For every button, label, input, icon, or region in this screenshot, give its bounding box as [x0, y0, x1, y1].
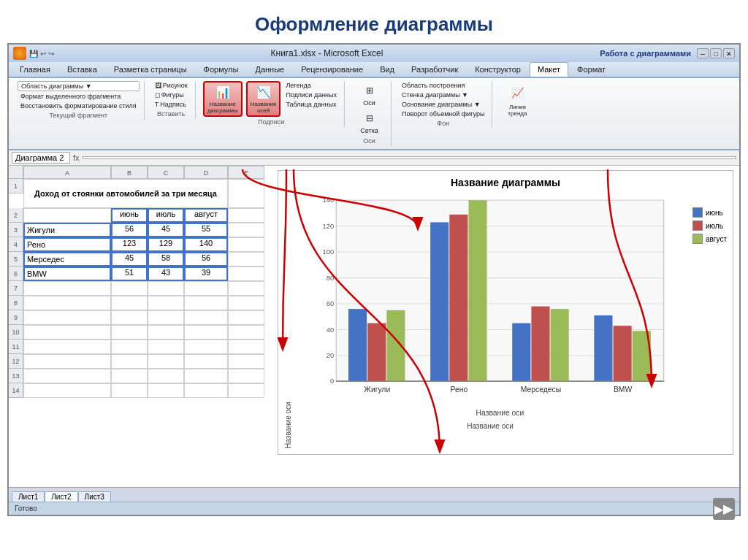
- col-d: D: [184, 166, 228, 179]
- group-podpisi: 📊 Названиедиаграммы 📉 Названияосей Леген…: [199, 81, 345, 127]
- povorot-btn[interactable]: Поворот объемной фигуры: [399, 110, 487, 118]
- nazv-diagrammy-btn[interactable]: 📊 Названиедиаграммы: [203, 81, 243, 117]
- legenda-btn[interactable]: Легенда: [283, 81, 340, 90]
- tab-vid[interactable]: Вид: [372, 62, 402, 77]
- cell-d3[interactable]: 55: [184, 223, 228, 237]
- cell-e3[interactable]: [228, 223, 264, 237]
- cell-a6[interactable]: BMW: [23, 266, 111, 281]
- cell-c6-val: 43: [161, 268, 170, 277]
- title-bar-left: 💾 ↩ ↪: [13, 47, 54, 60]
- cell-c3[interactable]: 45: [148, 223, 184, 237]
- tablica-label: Таблица данных: [286, 101, 336, 108]
- cell-b3[interactable]: 56: [111, 223, 148, 237]
- oblast-btn[interactable]: Область диаграммы ▼: [18, 81, 140, 91]
- col-jul-label: июль: [156, 210, 175, 218]
- group-analiz: 📈 Линиятренда: [495, 81, 539, 121]
- legend-aug-color: [692, 234, 703, 244]
- maximize-button[interactable]: □: [710, 48, 722, 58]
- row-zhiguli-label: Жигули: [27, 226, 55, 234]
- stenka-btn[interactable]: Стенка диаграммы ▼: [399, 91, 487, 99]
- restore-btn[interactable]: Восстановить форматирование стиля: [18, 101, 140, 110]
- tab-razmetka[interactable]: Разметка страницы: [106, 62, 195, 77]
- cell-d6[interactable]: 39: [184, 266, 228, 281]
- svg-text:100: 100: [323, 248, 335, 256]
- chart-container[interactable]: Название диаграммы Название оси 02040608…: [278, 170, 733, 455]
- cell-e1[interactable]: [228, 179, 264, 208]
- tablica-btn[interactable]: Таблица данных: [283, 100, 340, 109]
- povorot-label: Поворот объемной фигуры: [402, 110, 484, 118]
- cell-e4[interactable]: [228, 237, 264, 252]
- formula-input[interactable]: [83, 156, 736, 159]
- podpisi-dannyh-btn[interactable]: Подписи данных: [283, 91, 340, 99]
- svg-rect-21: [430, 222, 449, 381]
- row-5-num: 5: [9, 252, 23, 266]
- vstavit-col: 🖼Рисунок ◻Фигуры TНадпись: [152, 81, 191, 109]
- tab-vstavka[interactable]: Вставка: [59, 62, 105, 77]
- setka-icon: ⊟: [360, 110, 379, 126]
- name-box[interactable]: Диаграмма 2: [12, 152, 70, 164]
- tab-formuly[interactable]: Формулы: [196, 62, 247, 77]
- row-7-num: 7: [9, 281, 23, 296]
- cell-e5[interactable]: [228, 252, 264, 266]
- tab-recenzirovanie[interactable]: Рецензирование: [293, 62, 371, 77]
- minimize-button[interactable]: ─: [697, 48, 709, 58]
- cell-title[interactable]: Доход от стоянки автомобилей за три меся…: [23, 179, 228, 208]
- cell-c5-val: 58: [161, 253, 170, 262]
- cell-b4[interactable]: 123: [111, 237, 148, 252]
- trenda-btn[interactable]: 📈 Линиятренда: [503, 81, 532, 118]
- cell-d5[interactable]: 56: [184, 252, 228, 266]
- cell-e2[interactable]: [228, 208, 264, 223]
- cell-c5[interactable]: 58: [148, 252, 184, 266]
- tab-format[interactable]: Формат: [569, 62, 614, 77]
- svg-rect-27: [551, 309, 569, 381]
- svg-rect-22: [449, 215, 468, 382]
- osnovanie-btn[interactable]: Основание диаграммы ▼: [399, 100, 487, 109]
- cell-a2[interactable]: [23, 208, 111, 223]
- svg-rect-19: [386, 310, 405, 381]
- risunok-btn[interactable]: 🖼Рисунок: [152, 81, 191, 90]
- cell-b5[interactable]: 45: [111, 252, 148, 266]
- cell-d2[interactable]: август: [184, 208, 228, 223]
- tab-konstruktor[interactable]: Конструктор: [467, 62, 529, 77]
- nav-arrow-right[interactable]: ▶: [713, 498, 735, 520]
- cell-e6[interactable]: [228, 266, 264, 281]
- figury-btn[interactable]: ◻Фигуры: [152, 91, 191, 99]
- cell-c2[interactable]: июль: [148, 208, 184, 223]
- window-controls: ─ □ ✕: [697, 48, 735, 58]
- nazv-osei-btn[interactable]: 📉 Названияосей: [246, 81, 281, 117]
- cell-a3[interactable]: Жигули: [23, 223, 111, 237]
- analiz-content: 📈 Линиятренда: [503, 81, 532, 118]
- tab-dannye[interactable]: Данные: [247, 62, 292, 77]
- tab-razrabotchik[interactable]: Разработчик: [403, 62, 466, 77]
- sheet-tab-2[interactable]: Лист2: [45, 491, 77, 502]
- vstavit-label: Вставить: [157, 110, 185, 118]
- group-tekushy-content: Область диаграммы ▼ Формат выделенного ф…: [18, 81, 140, 110]
- legend-jun: июнь: [692, 207, 727, 218]
- nadpis-btn[interactable]: TНадпись: [152, 100, 191, 109]
- page-title: Оформление диаграммы: [255, 13, 493, 35]
- col-c: C: [148, 166, 184, 179]
- sheet-tab-3[interactable]: Лист3: [78, 491, 111, 502]
- svg-text:140: 140: [323, 196, 335, 204]
- setka-btn[interactable]: ⊟ Сетка: [357, 109, 382, 136]
- col-jun-label: июнь: [120, 210, 139, 218]
- oblast-postroenia-btn[interactable]: Область построения: [399, 81, 487, 90]
- cell-c6[interactable]: 43: [148, 266, 184, 281]
- close-button[interactable]: ✕: [723, 48, 735, 58]
- format-btn[interactable]: Формат выделенного фрагмента: [18, 92, 140, 101]
- group-fon: Область построения Стенка диаграммы ▼ Ос…: [394, 81, 492, 129]
- tab-glavnaya[interactable]: Главная: [12, 62, 58, 77]
- cell-b2[interactable]: июнь: [111, 208, 148, 223]
- sheet-tab-1[interactable]: Лист1: [12, 491, 45, 502]
- cell-a4[interactable]: Рено: [23, 237, 111, 252]
- cell-c4[interactable]: 129: [148, 237, 184, 252]
- nazv-diagrammy-label: Названиедиаграммы: [207, 101, 238, 114]
- cell-d4[interactable]: 140: [184, 237, 228, 252]
- legend-jun-label: июнь: [706, 209, 723, 217]
- row-10-num: 10: [9, 325, 23, 340]
- cell-b6[interactable]: 51: [111, 266, 148, 281]
- svg-rect-31: [633, 331, 651, 381]
- cell-a5[interactable]: Мерседес: [23, 252, 111, 266]
- tab-maket[interactable]: Макет: [530, 62, 568, 77]
- osi-btn[interactable]: ⊞ Оси: [357, 81, 382, 108]
